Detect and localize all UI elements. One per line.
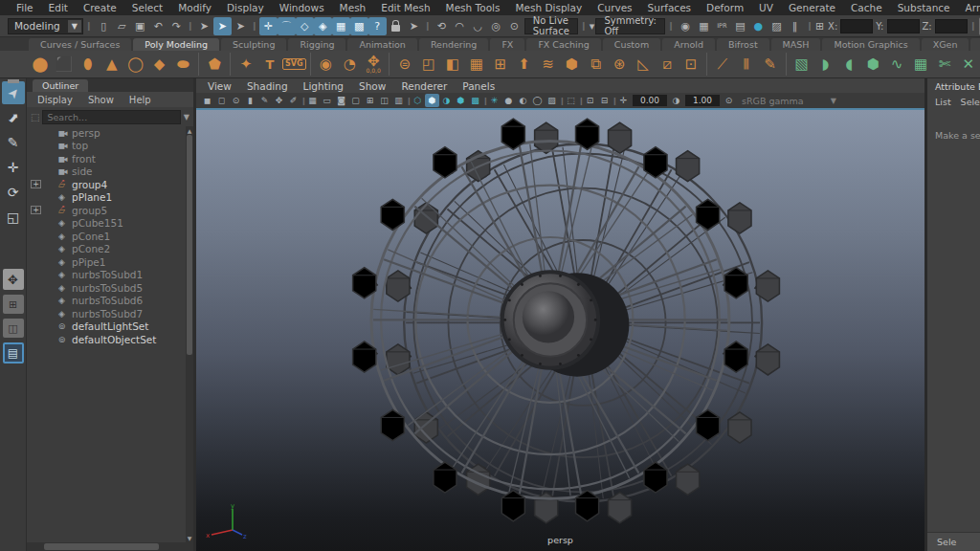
menu-item-display[interactable]: Display: [220, 2, 271, 13]
textured-icon[interactable]: ◑: [439, 94, 454, 107]
isolate-select-icon[interactable]: ⬚: [564, 94, 578, 107]
poly-sphere-icon[interactable]: ⬤: [29, 53, 52, 77]
fill-hole-icon[interactable]: ▦: [465, 53, 488, 77]
divider[interactable]: ❙: [188, 18, 193, 33]
outliner-item-nurbstosubd7[interactable]: ◈nurbsToSubd7: [27, 307, 193, 320]
cut-mesh-icon[interactable]: ✄: [933, 53, 956, 77]
select-component-icon[interactable]: ➤: [232, 17, 250, 35]
outliner-item-pcone1[interactable]: ◈pCone1: [27, 230, 193, 243]
texture-bake-icon[interactable]: ▨: [768, 17, 786, 35]
layout-four-pane[interactable]: ⊞: [3, 295, 24, 314]
construction-ring-icon-3[interactable]: ◡: [469, 17, 487, 35]
menu-item-edit[interactable]: Edit: [42, 2, 75, 13]
outliner-item-nurbstosubd1[interactable]: ◈nurbsToSubd1: [27, 269, 193, 282]
move-tool[interactable]: ✛: [2, 156, 25, 179]
outliner-item-nurbstosubd6[interactable]: ◈nurbsToSubd6: [27, 295, 193, 308]
triangulate-icon[interactable]: ⧄: [656, 53, 679, 77]
shelf-tab-xgen[interactable]: XGen: [922, 38, 969, 51]
scrollbar-thumb[interactable]: [44, 543, 159, 550]
grid-coordinates-icon[interactable]: ⊞: [815, 17, 824, 35]
outliner-item-defaultlightset[interactable]: ⊚defaultLightSet: [27, 320, 193, 334]
bookmark-icon[interactable]: ▮: [243, 94, 257, 107]
snap-help-icon[interactable]: ?: [368, 17, 387, 35]
sweep-mesh-icon[interactable]: ≋: [537, 53, 560, 77]
viewport-menu-panels[interactable]: Panels: [455, 80, 502, 92]
render-eye-icon[interactable]: ◉: [677, 17, 695, 35]
outliner-item-nurbstosubd5[interactable]: ◈nurbsToSubd5: [27, 281, 193, 295]
outliner-item-pplane1[interactable]: ◈pPlane1: [27, 191, 193, 205]
combine-icon[interactable]: ⊜: [393, 53, 416, 77]
shadows-icon[interactable]: ●: [501, 94, 516, 107]
menu-item-deform[interactable]: Deform: [700, 2, 750, 13]
lock-selection-icon[interactable]: [387, 17, 405, 35]
pane-layout-icon[interactable]: ⊡: [583, 94, 597, 107]
coord-input-x[interactable]: [840, 19, 873, 33]
outliner-item-side[interactable]: ◼◂side: [27, 165, 193, 179]
save-scene-icon[interactable]: ▣: [131, 17, 149, 35]
select-tool[interactable]: ➤: [2, 81, 25, 104]
ae-menu-selected[interactable]: Selecte: [961, 97, 980, 107]
field-chart-icon[interactable]: ⊞: [363, 94, 377, 107]
poly-cone-icon[interactable]: ▲: [100, 53, 123, 77]
shelf-tab-sculpting[interactable]: Sculpting: [221, 38, 286, 51]
menu-item-edit-mesh[interactable]: Edit Mesh: [374, 2, 436, 13]
menu-item-mesh-tools[interactable]: Mesh Tools: [439, 2, 507, 13]
outliner-item-top[interactable]: ◼◂top: [27, 140, 193, 153]
gamma-value[interactable]: 1.00: [685, 95, 720, 106]
redo-icon[interactable]: ↷: [167, 17, 186, 35]
colorspace-dropdown[interactable]: sRGB gamma: [742, 96, 804, 106]
menu-item-mesh[interactable]: Mesh: [333, 2, 373, 13]
motion-blur-icon[interactable]: ◯: [530, 94, 545, 107]
select-button[interactable]: Sele: [927, 532, 980, 551]
image-plane-icon[interactable]: ✎: [257, 94, 272, 107]
shelf-collapse-handle[interactable]: [8, 79, 19, 83]
ae-menu-list[interactable]: List: [935, 97, 951, 107]
3d-view[interactable]: x y z persp: [196, 110, 924, 551]
outliner-item-pcube151[interactable]: ◈pCube151: [27, 217, 193, 231]
smooth-shade-icon[interactable]: ⬢: [425, 94, 439, 107]
divider[interactable]: ❙: [807, 18, 813, 33]
layout-two-pane[interactable]: ◫: [3, 319, 24, 338]
live-surface-field[interactable]: No Live Surface: [524, 18, 578, 34]
outliner-menu-display[interactable]: Display: [31, 95, 79, 105]
divider[interactable]: ❙: [86, 18, 92, 33]
outliner-horizontal-scrollbar[interactable]: [27, 542, 193, 551]
gate-mask-icon[interactable]: ▢: [348, 94, 363, 107]
wireframe-icon[interactable]: ⬡: [411, 94, 425, 107]
grid-fill-icon[interactable]: ⊞: [489, 53, 512, 77]
2d-pan-zoom-icon[interactable]: ✥: [272, 94, 286, 107]
contrast-icon[interactable]: ◑: [669, 94, 683, 107]
shelf-tab-turtle[interactable]: TURTLE: [970, 38, 980, 51]
svg-tool-icon[interactable]: SVG: [282, 53, 306, 77]
pane-maximize-icon[interactable]: ⊟: [597, 94, 612, 107]
outliner-search-input[interactable]: [42, 110, 180, 124]
snap-curve-icon[interactable]: ⌒: [278, 17, 296, 35]
zero-transforms-icon[interactable]: ✥0,0,0: [362, 53, 385, 77]
snap-view-plane-icon[interactable]: ▦: [332, 17, 350, 35]
menu-item-generate[interactable]: Generate: [782, 2, 842, 13]
render-frame-icon[interactable]: ▦: [695, 17, 713, 35]
delete-history-icon[interactable]: ◔: [338, 53, 361, 77]
shelf-tab-arnold[interactable]: Arnold: [662, 38, 715, 51]
coord-input-z[interactable]: [935, 19, 968, 33]
screen-space-ao-icon[interactable]: ◐: [516, 94, 530, 107]
scroll-up-icon[interactable]: ▲: [186, 126, 193, 135]
shelf-tab-poly-modeling[interactable]: Poly Modeling: [133, 38, 219, 51]
paint-select-tool[interactable]: ✎: [2, 131, 25, 154]
divider[interactable]: ❙: [970, 18, 976, 33]
exposure-icon[interactable]: ✛: [616, 94, 631, 107]
snap-grid-icon[interactable]: ✛: [259, 17, 278, 35]
project-curve-icon[interactable]: ◖: [837, 53, 860, 77]
reduce-icon[interactable]: ◺: [632, 53, 655, 77]
wireframe-on-shaded-icon[interactable]: ▩: [468, 94, 482, 107]
menu-item-uv[interactable]: UV: [752, 2, 780, 13]
outliner-tab[interactable]: Outliner: [33, 79, 88, 92]
use-default-material-icon[interactable]: ⬢: [454, 94, 468, 107]
poly-text-icon[interactable]: T: [258, 53, 281, 77]
outliner-item-pcone2[interactable]: ◈pCone2: [27, 243, 193, 256]
bevel-icon[interactable]: ▧: [791, 53, 813, 77]
menu-item-create[interactable]: Create: [77, 2, 123, 13]
safe-title-icon[interactable]: ▥: [391, 94, 406, 107]
pause-viewport-icon[interactable]: ‖: [786, 17, 804, 35]
outliner-item-group4[interactable]: +▱group4: [27, 178, 193, 191]
